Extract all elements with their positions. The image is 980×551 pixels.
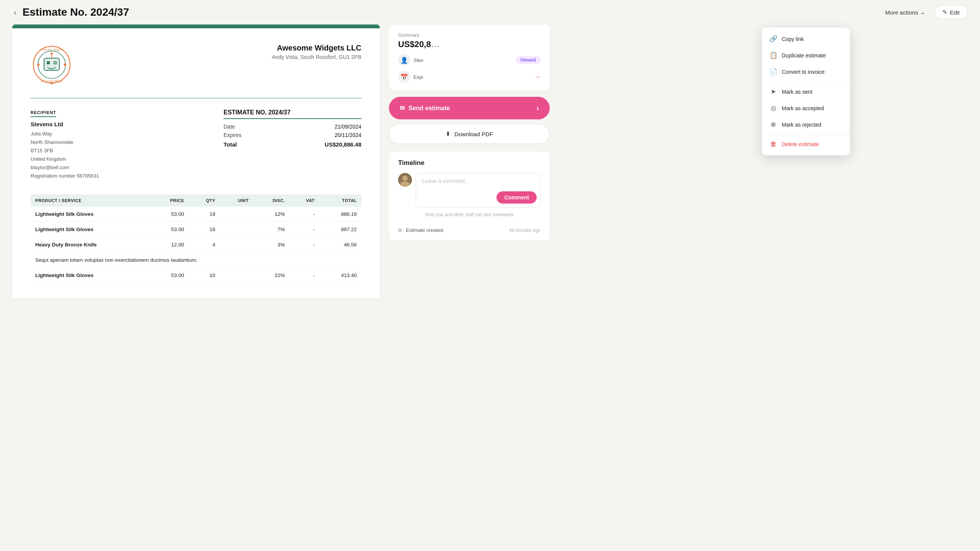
dropdown-item-delete[interactable]: 🗑 Delete estimate — [762, 136, 850, 152]
table-row: Lightweight Silk Gloves 53.00 10 22% - 4… — [31, 267, 361, 283]
table-row: Lightweight Silk Gloves 53.00 19 12% - 8… — [31, 207, 361, 222]
company-info: Awesome Widgets LLC Andy Vista, South Ro… — [272, 44, 361, 60]
info-row: RECIPIENT Stevens Ltd Julia Way North Sh… — [31, 109, 361, 181]
item-total: 887.22 — [319, 222, 361, 237]
item-disc: 12% — [253, 207, 290, 222]
svg-point-11 — [64, 64, 67, 66]
items-table: PRODUCT / SERVICE PRICE QTY UNIT DISC. V… — [31, 194, 361, 283]
dropdown-item-mark-sent[interactable]: ➤ Mark as sent — [762, 83, 850, 100]
item-disc: 22% — [253, 267, 290, 283]
delete-icon: 🗑 — [769, 140, 777, 148]
dropdown-divider — [762, 82, 850, 82]
item-name: Heavy Duty Bronze Knife — [31, 237, 150, 252]
comment-button[interactable]: Comment — [497, 191, 537, 204]
mark-rejected-icon: ⊗ — [769, 121, 777, 129]
item-vat: - — [289, 207, 319, 222]
item-unit — [220, 207, 253, 222]
expiry-label: Expi — [413, 74, 423, 80]
dropdown-item-label: Duplicate estimate — [782, 52, 826, 59]
client-row: 👤 Stev Viewed — [398, 54, 541, 66]
col-price: PRICE — [150, 194, 189, 207]
dropdown-item-convert[interactable]: 📄 Convert to invoice — [762, 64, 850, 80]
download-btn-label: Download PDF — [454, 131, 493, 137]
comment-note: Only you and other staff can see comment… — [398, 212, 541, 217]
recipient-label: RECIPIENT — [31, 110, 56, 117]
item-name: Lightweight Silk Gloves — [31, 207, 150, 222]
table-row: Heavy Duty Bronze Knife 12.00 4 3% - 46.… — [31, 237, 361, 252]
more-actions-label: More actions — [885, 9, 918, 16]
download-pdf-button[interactable]: ⬇ Download PDF — [389, 124, 550, 144]
col-unit: UNIT — [220, 194, 253, 207]
estimate-expires-row: Expires 20/11/2024 — [224, 132, 361, 138]
svg-text:Awesome Widgets: Awesome Widgets — [40, 48, 63, 51]
item-disc: 3% — [253, 237, 290, 252]
edit-icon: ✎ — [942, 9, 947, 16]
svg-point-9 — [51, 52, 53, 55]
item-total: 46.56 — [319, 237, 361, 252]
document-area: Awesome Widgets Awesome Widgets Awesome … — [12, 24, 380, 298]
doc-body: Awesome Widgets Awesome Widgets Awesome … — [12, 28, 380, 298]
item-total: 413.40 — [319, 267, 361, 283]
more-actions-button[interactable]: More actions ⌄ — [880, 6, 930, 19]
item-price: 53.00 — [150, 207, 189, 222]
dropdown-item-label: Mark as accepted — [782, 105, 824, 111]
item-disc: 7% — [253, 222, 290, 237]
estimate-total-row: Total US$20,886.48 — [224, 141, 361, 148]
item-total: 886.16 — [319, 207, 361, 222]
send-estimate-button[interactable]: ✉ Send estimate › — [389, 97, 550, 119]
status-badge: Viewed — [516, 56, 541, 64]
sidebar: Summary US$20,8… 👤 Stev Viewed 📅 Expi → … — [389, 24, 550, 241]
recipient-section: RECIPIENT Stevens Ltd Julia Way North Sh… — [31, 109, 99, 181]
item-unit — [220, 237, 253, 252]
item-vat: - — [289, 237, 319, 252]
divider — [31, 98, 361, 98]
client-name: Stev — [413, 57, 423, 63]
dropdown-item-mark-accepted[interactable]: ◎ Mark as accepted — [762, 100, 850, 116]
item-qty: 10 — [189, 267, 220, 283]
col-disc: DISC. — [253, 194, 290, 207]
company-name: Awesome Widgets LLC — [272, 44, 361, 52]
send-btn-label: Send estimate — [408, 105, 450, 112]
item-price: 53.00 — [150, 222, 189, 237]
summary-card: Summary US$20,8… 👤 Stev Viewed 📅 Expi → — [389, 24, 550, 91]
item-vat: - — [289, 267, 319, 283]
timeline-event: Estimate created. 44 minutes ago — [398, 224, 541, 233]
timeline-section: Timeline Leave a comment... Comment — [389, 152, 550, 241]
company-logo: Awesome Widgets Awesome Widgets — [31, 44, 73, 86]
back-button[interactable]: ‹ — [12, 7, 18, 18]
item-vat: - — [289, 222, 319, 237]
item-price: 12.00 — [150, 237, 189, 252]
arrow-icon: → — [534, 73, 541, 81]
dropdown-item-label: Mark as sent — [782, 89, 812, 95]
item-qty: 4 — [189, 237, 220, 252]
convert-icon: 📄 — [769, 68, 777, 76]
col-product: PRODUCT / SERVICE — [31, 194, 150, 207]
page-title: Estimate No. 2024/37 — [23, 6, 876, 18]
dropdown-item-label: Mark as rejected — [782, 122, 821, 128]
item-unit — [220, 267, 253, 283]
summary-amount: US$20,8… — [398, 39, 541, 49]
item-name: Lightweight Silk Gloves — [31, 222, 150, 237]
col-total: TOTAL — [319, 194, 361, 207]
item-name: Lightweight Silk Gloves — [31, 267, 150, 283]
mark-accepted-icon: ◎ — [769, 104, 777, 112]
calendar-icon: 📅 — [398, 71, 410, 83]
expiry-row: 📅 Expi → — [398, 71, 541, 83]
item-unit — [220, 222, 253, 237]
svg-text:Awesome Widgets: Awesome Widgets — [40, 80, 63, 83]
edit-button[interactable]: ✎ Edit — [934, 5, 968, 19]
comment-area: Leave a comment... Comment — [398, 173, 541, 207]
table-row: Lightweight Silk Gloves 53.00 18 7% - 88… — [31, 222, 361, 237]
col-vat: VAT — [289, 194, 319, 207]
doc-top-bar — [12, 24, 380, 28]
timeline-dot — [398, 228, 402, 232]
col-qty: QTY — [189, 194, 220, 207]
dropdown-item-duplicate[interactable]: 📋 Duplicate estimate — [762, 47, 850, 64]
chevron-down-icon: ⌄ — [920, 9, 925, 16]
table-row-desc: Sequi aperiam totam voluptas non exercit… — [31, 252, 361, 267]
estimate-section: ESTIMATE NO. 2024/37 Date 21/09/2024 Exp… — [224, 109, 361, 181]
dropdown-item-copy-link[interactable]: 🔗 Copy link — [762, 31, 850, 47]
page-header: ‹ Estimate No. 2024/37 More actions ⌄ ✎ … — [0, 0, 980, 24]
dropdown-item-mark-rejected[interactable]: ⊗ Mark as rejected — [762, 116, 850, 133]
avatar — [398, 173, 412, 187]
